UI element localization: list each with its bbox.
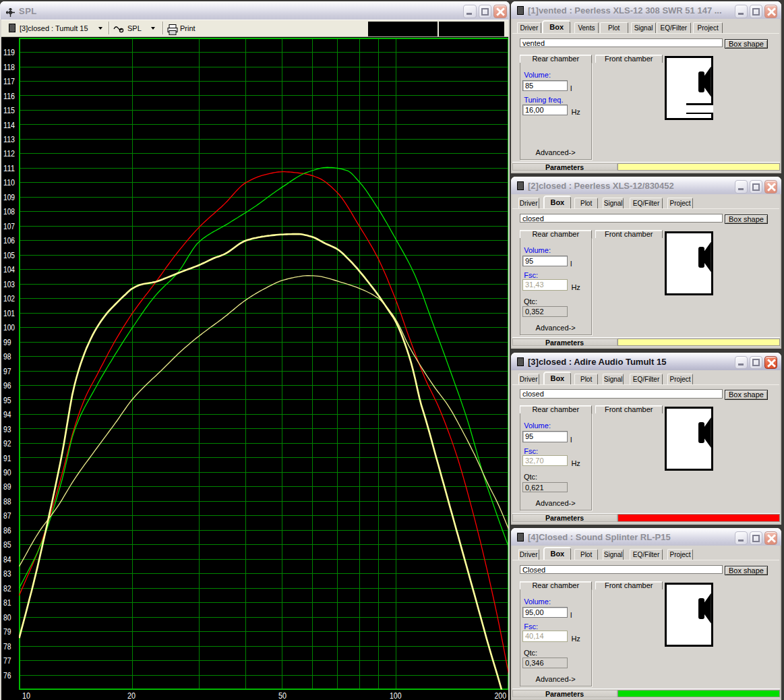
svg-text:114: 114: [3, 120, 15, 130]
svg-text:99: 99: [3, 337, 11, 347]
svg-text:112: 112: [3, 148, 15, 158]
svg-text:200: 200: [495, 691, 507, 700]
svg-text:95: 95: [3, 395, 11, 405]
svg-text:77: 77: [3, 655, 11, 666]
svg-text:20: 20: [127, 691, 135, 700]
svg-text:115: 115: [3, 105, 15, 115]
svg-text:108: 108: [3, 206, 15, 216]
svg-text:96: 96: [3, 380, 11, 390]
svg-text:98: 98: [3, 351, 11, 361]
svg-text:88: 88: [3, 496, 11, 506]
svg-text:50: 50: [278, 691, 287, 700]
svg-text:10: 10: [22, 691, 30, 700]
svg-text:116: 116: [3, 91, 15, 101]
svg-text:80: 80: [3, 612, 11, 622]
svg-text:84: 84: [3, 554, 11, 564]
svg-text:86: 86: [3, 525, 11, 535]
svg-text:78: 78: [3, 641, 11, 651]
svg-text:118: 118: [3, 62, 15, 72]
svg-text:119: 119: [3, 47, 15, 57]
svg-text:89: 89: [3, 482, 11, 492]
svg-text:81: 81: [3, 597, 11, 608]
svg-text:82: 82: [3, 583, 11, 593]
svg-text:97: 97: [3, 366, 11, 376]
svg-text:83: 83: [3, 568, 11, 579]
svg-text:90: 90: [3, 467, 11, 477]
svg-text:101: 101: [3, 308, 15, 318]
svg-text:105: 105: [3, 250, 15, 260]
svg-text:107: 107: [3, 221, 15, 231]
svg-text:106: 106: [3, 235, 15, 245]
svg-text:111: 111: [3, 163, 15, 173]
svg-text:91: 91: [3, 453, 11, 463]
svg-text:104: 104: [3, 264, 15, 274]
svg-text:102: 102: [3, 293, 15, 303]
svg-text:113: 113: [3, 134, 15, 144]
svg-text:100: 100: [3, 322, 15, 332]
svg-text:92: 92: [3, 438, 11, 448]
svg-text:110: 110: [3, 177, 15, 187]
svg-text:117: 117: [3, 76, 15, 86]
svg-text:76: 76: [3, 670, 11, 680]
svg-text:85: 85: [3, 539, 11, 550]
svg-text:109: 109: [3, 192, 15, 202]
svg-text:103: 103: [3, 279, 15, 289]
svg-text:87: 87: [3, 511, 11, 521]
svg-text:100: 100: [390, 691, 402, 700]
svg-text:79: 79: [3, 626, 11, 637]
svg-text:93: 93: [3, 424, 11, 434]
svg-text:94: 94: [3, 409, 11, 419]
